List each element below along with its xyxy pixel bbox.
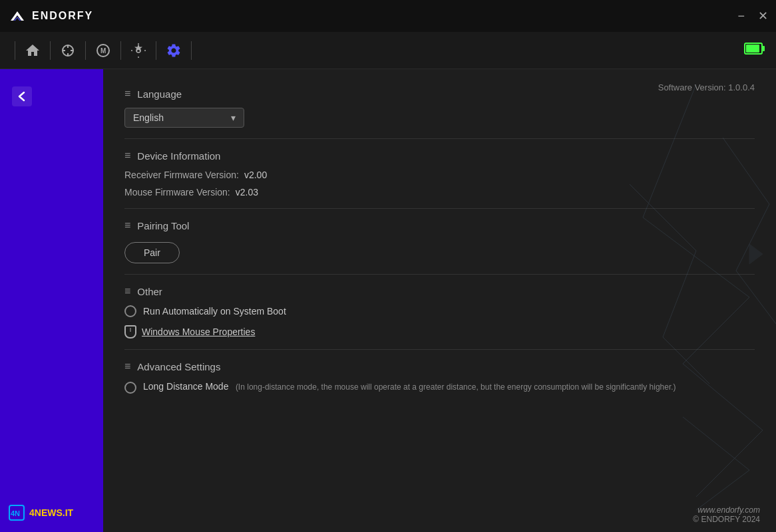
footer-website: www.endorfy.com [693, 505, 760, 515]
nav-home-button[interactable] [19, 37, 46, 64]
svg-line-23 [683, 364, 763, 430]
software-version: Software Version: 1.0.0.4 [658, 82, 755, 92]
software-version-label: Software Version: [658, 82, 726, 92]
nav-bar: M [0, 32, 776, 69]
long-distance-radio[interactable] [124, 382, 136, 394]
divider-4 [124, 349, 755, 350]
device-info-title: Device Information [137, 150, 220, 162]
other-icon: ≡ [124, 285, 130, 297]
device-info-section-header: ≡ Device Information [124, 150, 755, 162]
run-auto-option[interactable]: Run Automatically on System Boot [124, 305, 755, 317]
svg-rect-16 [746, 45, 759, 53]
logo-area: ENDORFY [8, 9, 93, 23]
content-footer: www.endorfy.com © ENDORFY 2024 [693, 505, 760, 524]
language-selected: English [133, 112, 164, 123]
long-distance-option[interactable]: Long Distance Mode (In long-distance mod… [124, 380, 755, 394]
macro-icon: M [95, 43, 111, 59]
svg-marker-0 [11, 11, 24, 21]
nav-sep-6 [191, 41, 192, 60]
device-info-icon: ≡ [124, 150, 130, 162]
advanced-title: Advanced Settings [137, 361, 220, 372]
footer-copyright: © ENDORFY 2024 [693, 515, 760, 524]
4news-logo-icon: 4N [8, 504, 25, 521]
nav-sep-2 [50, 41, 51, 60]
language-section-title: Language [137, 88, 182, 100]
nav-items: M [11, 37, 196, 64]
battery-icon [744, 41, 765, 56]
nav-lighting-button[interactable] [125, 37, 152, 64]
sidebar-brand: 4N 4NEWS.IT [8, 504, 73, 521]
windows-mouse-props-text: Windows Mouse Properties [142, 327, 255, 337]
svg-text:M: M [100, 47, 106, 55]
receiver-firmware-value: v2.00 [244, 170, 267, 180]
svg-line-31 [683, 417, 749, 470]
back-arrow-icon [11, 85, 33, 108]
mouse-firmware-label: Mouse Firmware Version: [124, 187, 230, 198]
svg-rect-15 [762, 46, 765, 51]
sidebar-brand-text: 4NEWS.IT [29, 507, 73, 518]
long-distance-label: Long Distance Mode [143, 381, 228, 392]
home-icon [25, 43, 41, 59]
minimize-button[interactable]: − [737, 10, 745, 22]
window-controls: − ✕ [737, 10, 768, 22]
language-dropdown[interactable]: English ▾ [124, 108, 244, 128]
nav-sep-1 [15, 41, 15, 60]
logo-text: ENDORFY [32, 10, 93, 22]
advanced-icon: ≡ [124, 360, 130, 372]
nav-sep-4 [120, 41, 121, 60]
content-area: Software Version: 1.0.0.4 ≡ Language Eng… [103, 69, 776, 532]
mouse-firmware-row: Mouse Firmware Version: v2.03 [124, 187, 755, 198]
nav-sep-3 [85, 41, 86, 60]
nav-macro-button[interactable]: M [90, 37, 116, 64]
divider-2 [124, 208, 755, 209]
mouse-props-icon [124, 325, 136, 338]
software-version-value: 1.0.0.4 [728, 82, 755, 92]
windows-mouse-props-link[interactable]: Windows Mouse Properties [124, 325, 755, 338]
svg-line-32 [696, 470, 749, 510]
endorfy-logo-icon [8, 9, 27, 23]
other-title: Other [137, 286, 162, 297]
settings-icon [166, 43, 182, 59]
run-auto-radio[interactable] [124, 305, 136, 317]
mouse-firmware-value: v2.03 [236, 187, 258, 198]
dropdown-arrow-icon: ▾ [231, 112, 236, 123]
sidebar: 4N 4NEWS.IT [0, 69, 103, 532]
receiver-firmware-row: Receiver Firmware Version: v2.00 [124, 170, 755, 180]
svg-text:4N: 4N [11, 509, 20, 517]
divider-3 [124, 274, 755, 275]
svg-line-24 [696, 430, 763, 497]
receiver-firmware-label: Receiver Firmware Version: [124, 170, 239, 180]
advanced-section-header: ≡ Advanced Settings [124, 360, 755, 372]
svg-marker-33 [749, 244, 763, 264]
other-section-header: ≡ Other [124, 285, 755, 297]
divider-1 [124, 138, 755, 139]
run-auto-label: Run Automatically on System Boot [143, 306, 286, 317]
nav-sep-5 [156, 41, 156, 60]
pair-button[interactable]: Pair [124, 242, 180, 263]
title-bar: ENDORFY − ✕ [0, 0, 776, 32]
close-button[interactable]: ✕ [758, 10, 768, 22]
svg-rect-17 [12, 86, 32, 106]
pairing-icon: ≡ [124, 219, 130, 231]
pairing-section-header: ≡ Pairing Tool [124, 219, 755, 231]
nav-crosshair-button[interactable] [55, 37, 81, 64]
language-section-icon: ≡ [124, 88, 130, 100]
back-button[interactable] [11, 85, 33, 112]
long-distance-note: (In long-distance mode, the mouse will o… [236, 382, 676, 392]
svg-line-26 [736, 204, 769, 271]
lighting-icon [130, 43, 146, 59]
crosshair-icon [60, 43, 76, 59]
nav-settings-button[interactable] [160, 37, 187, 64]
main-layout: 4N 4NEWS.IT Software Ve [0, 69, 776, 532]
battery-indicator [744, 41, 765, 59]
pairing-title: Pairing Tool [137, 220, 189, 231]
